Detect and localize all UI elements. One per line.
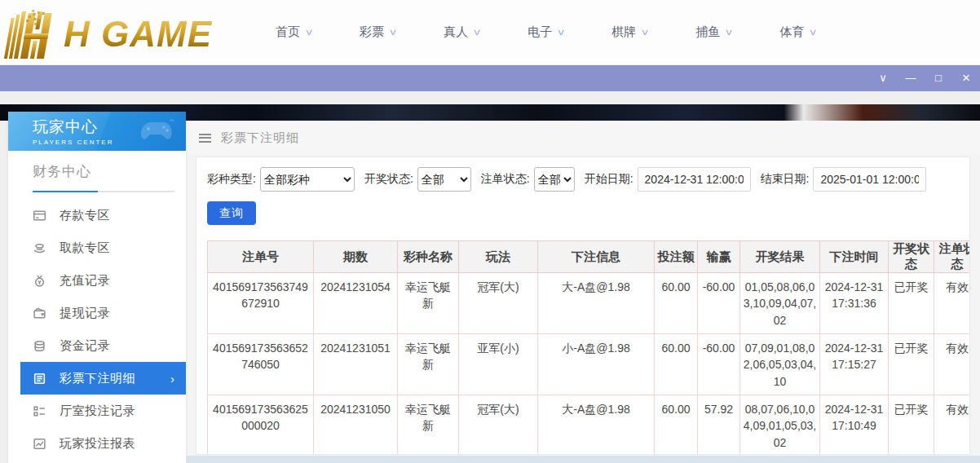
start-date-input[interactable] bbox=[638, 167, 751, 192]
cell-bet-amount: 60.00 bbox=[655, 334, 698, 395]
column-header: 注单状态 bbox=[934, 241, 971, 273]
chevron-down-icon: ∨ bbox=[641, 27, 650, 37]
recharge-bag-icon bbox=[33, 274, 46, 288]
cell-bet-amount: 60.00 bbox=[655, 273, 698, 334]
cell-bet-time: 2024-12-31 17:10:49 bbox=[820, 395, 889, 456]
close-icon[interactable]: × bbox=[952, 65, 980, 91]
cell-draw-status: 已开奖 bbox=[889, 395, 934, 456]
cell-win-loss: 57.92 bbox=[698, 395, 740, 456]
cell-win-loss: -60.00 bbox=[698, 334, 740, 395]
maximize-icon[interactable]: □ bbox=[925, 65, 952, 91]
column-header: 彩种名称 bbox=[398, 241, 459, 273]
order-status-select[interactable]: 全部 bbox=[534, 167, 575, 192]
cell-bet-info: 大-A盘@1.98 bbox=[538, 273, 655, 334]
content-panel: 彩种类型: 全部彩种 开奖状态: 全部 注单状态: 全部 开始日期: 结束日期:… bbox=[196, 157, 970, 455]
nav-item-lottery[interactable]: 彩票 ∨ bbox=[360, 24, 396, 40]
column-header: 下注信息 bbox=[538, 241, 655, 273]
cell-draw-status: 已开奖 bbox=[889, 273, 934, 334]
sidebar-item-deposit-zone[interactable]: 存款专区 bbox=[8, 199, 186, 232]
order-status-label: 注单状态: bbox=[481, 172, 530, 187]
nav-item-home[interactable]: 首页 ∨ bbox=[276, 24, 312, 40]
column-header: 开奖结果 bbox=[740, 241, 820, 273]
main-nav: 首页 ∨ 彩票 ∨ 真人 ∨ 电子 ∨ 棋牌 ∨ 捕鱼 ∨ bbox=[276, 24, 863, 40]
end-date-input[interactable] bbox=[813, 167, 926, 192]
logo-text: H GAME bbox=[64, 16, 212, 52]
draw-status-label: 开奖状态: bbox=[364, 172, 413, 187]
column-header: 输赢 bbox=[698, 241, 740, 273]
sidebar-item-hall-bet-record[interactable]: 厅室投注记录 bbox=[8, 395, 186, 427]
cell-lottery-name: 幸运飞艇新 bbox=[398, 273, 459, 334]
sidebar-header: 玩家中心 PLAYERS CENTER bbox=[8, 112, 186, 151]
start-date-label: 开始日期: bbox=[585, 172, 633, 187]
bet-detail-table: 注单号 期数 彩种名称 玩法 下注信息 投注额 输赢 开奖结果 下注时间 开奖状… bbox=[207, 240, 970, 455]
table-row: 401569173563625000020 20241231050 幸运飞艇新 … bbox=[208, 395, 971, 456]
table-row: 401569173563749672910 20241231054 幸运飞艇新 … bbox=[208, 273, 971, 334]
chevron-right-icon: › bbox=[170, 372, 174, 386]
chevron-down-icon: ∨ bbox=[809, 27, 818, 37]
report-chart-icon bbox=[33, 437, 46, 451]
chevron-down-icon: ∨ bbox=[725, 27, 734, 37]
query-button[interactable]: 查询 bbox=[207, 201, 256, 225]
lottery-detail-icon bbox=[33, 372, 46, 386]
nav-item-sports[interactable]: 体育 ∨ bbox=[779, 24, 816, 40]
wallet-icon bbox=[33, 306, 46, 320]
table-header-row: 注单号 期数 彩种名称 玩法 下注信息 投注额 输赢 开奖结果 下注时间 开奖状… bbox=[208, 241, 971, 273]
cell-bet-number: 401569173563652746050 bbox=[208, 334, 314, 395]
column-header: 玩法 bbox=[459, 241, 538, 273]
column-header: 开奖状态 bbox=[889, 241, 934, 273]
gamepad-icon bbox=[137, 118, 174, 146]
filter-bar: 彩种类型: 全部彩种 开奖状态: 全部 注单状态: 全部 开始日期: 结束日期: bbox=[207, 167, 960, 192]
cell-lottery-name: 幸运飞艇新 bbox=[398, 395, 459, 456]
app-window: H GAME 首页 ∨ 彩票 ∨ 真人 ∨ 电子 ∨ 棋牌 ∨ bbox=[0, 0, 980, 463]
cell-issue: 20241231050 bbox=[314, 395, 398, 456]
column-header: 期数 bbox=[314, 241, 398, 273]
funds-coins-icon bbox=[33, 339, 46, 353]
sidebar-section-label: 财务中心 bbox=[33, 162, 174, 181]
collapse-icon[interactable]: ∨ bbox=[869, 65, 897, 91]
nav-item-fishing[interactable]: 捕鱼 ∨ bbox=[695, 24, 732, 40]
end-date-label: 结束日期: bbox=[761, 172, 810, 187]
page-title: 彩票下注明细 bbox=[221, 130, 299, 146]
sidebar-menu: 存款专区 取款专区 充值记录 提现记录 bbox=[8, 199, 186, 460]
horizontal-scrollbar[interactable] bbox=[186, 456, 980, 463]
lottery-type-select[interactable]: 全部彩种 bbox=[260, 167, 355, 192]
main-content: 彩票下注明细 彩种类型: 全部彩种 开奖状态: 全部 注单状态: 全部 开始日期… bbox=[186, 121, 980, 463]
menu-collapse-icon[interactable] bbox=[199, 134, 211, 143]
hall-record-icon bbox=[33, 404, 46, 418]
cell-issue: 20241231054 bbox=[314, 273, 398, 334]
deposit-card-icon bbox=[33, 209, 46, 223]
sidebar-item-funds-record[interactable]: 资金记录 bbox=[8, 329, 186, 362]
cell-play-type: 亚军(小) bbox=[459, 334, 538, 395]
cell-order-status: 有效 bbox=[934, 334, 971, 395]
nav-item-chess[interactable]: 棋牌 ∨ bbox=[611, 24, 648, 40]
cell-bet-number: 401569173563625000020 bbox=[208, 395, 314, 456]
breadcrumb: 彩票下注明细 bbox=[186, 121, 980, 155]
nav-item-live[interactable]: 真人 ∨ bbox=[444, 24, 480, 40]
sidebar-item-recharge-record[interactable]: 充值记录 bbox=[8, 264, 186, 297]
sidebar: 玩家中心 PLAYERS CENTER 财务中心 存款专区 取款专区 bbox=[8, 112, 186, 463]
draw-status-select[interactable]: 全部 bbox=[417, 167, 471, 192]
sidebar-item-withdrawal-record[interactable]: 提现记录 bbox=[8, 297, 186, 329]
cell-bet-info: 大-A盘@1.98 bbox=[538, 395, 655, 456]
cell-bet-number: 401569173563749672910 bbox=[208, 273, 314, 334]
sidebar-item-withdraw-zone[interactable]: 取款专区 bbox=[8, 232, 186, 264]
top-header: H GAME 首页 ∨ 彩票 ∨ 真人 ∨ 电子 ∨ 棋牌 ∨ bbox=[0, 0, 980, 65]
chevron-down-icon: ∨ bbox=[304, 27, 313, 37]
sidebar-item-player-bet-report[interactable]: 玩家投注报表 bbox=[8, 427, 186, 460]
cell-bet-info: 小-A盘@1.98 bbox=[538, 334, 655, 395]
cell-order-status: 有效 bbox=[934, 273, 971, 334]
column-header: 下注时间 bbox=[820, 241, 889, 273]
sidebar-item-lottery-bet-detail[interactable]: 彩票下注明细 › bbox=[20, 362, 186, 395]
cell-issue: 20241231051 bbox=[314, 334, 398, 395]
hh-game-logo[interactable]: H GAME bbox=[8, 3, 245, 62]
minimize-icon[interactable]: — bbox=[897, 65, 925, 91]
nav-item-slots[interactable]: 电子 ∨ bbox=[528, 24, 564, 40]
sidebar-section: 财务中心 bbox=[8, 151, 186, 192]
cell-draw-result: 01,05,08,06,03,10,09,04,07,02 bbox=[740, 273, 820, 334]
chevron-down-icon: ∨ bbox=[473, 27, 482, 37]
chevron-down-icon: ∨ bbox=[557, 27, 566, 37]
cell-lottery-name: 幸运飞艇新 bbox=[398, 334, 459, 395]
lottery-type-label: 彩种类型: bbox=[207, 172, 256, 187]
table-row: 401569173563652746050 20241231051 幸运飞艇新 … bbox=[208, 334, 971, 395]
cell-play-type: 冠军(大) bbox=[459, 395, 538, 456]
